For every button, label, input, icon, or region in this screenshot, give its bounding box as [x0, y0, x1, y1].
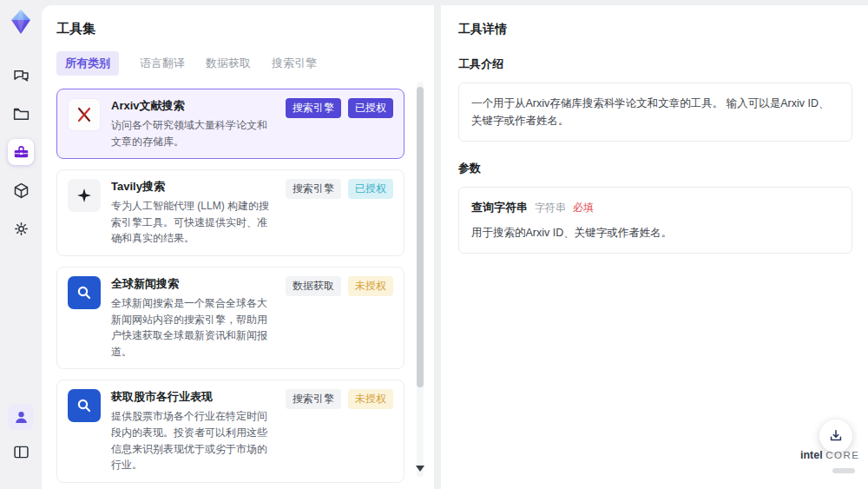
- ultra-badge: [832, 468, 855, 473]
- folder-icon: [12, 105, 30, 123]
- blue-search-icon: [68, 389, 101, 422]
- tool-card-sector-performance[interactable]: 获取股市各行业表现 提供股票市场各个行业在特定时间段内的表现。投资者可以利用这些…: [56, 380, 404, 482]
- tool-detail-pane: 工具详情 工具介绍 一个用于从Arxiv存储库搜索科学论文和文章的工具。 输入可…: [441, 5, 868, 489]
- page-title: 工具集: [56, 21, 434, 37]
- param-type: 字符串: [535, 200, 566, 216]
- chat-nav-button[interactable]: [8, 63, 34, 89]
- tool-description: 访问各个研究领域大量科学论文和文章的存储库。: [111, 117, 275, 149]
- category-badge: 搜索引擎: [286, 98, 341, 118]
- rail-nav: [8, 63, 34, 241]
- status-badge: 已授权: [348, 179, 393, 199]
- cube-icon: [12, 182, 30, 200]
- params-heading: 参数: [458, 161, 852, 176]
- app-logo: [6, 7, 36, 36]
- scrollbar-down-arrow[interactable]: [416, 466, 424, 472]
- tool-intro-box: 一个用于从Arxiv存储库搜索科学论文和文章的工具。 输入可以是Arxiv ID…: [458, 83, 852, 142]
- app-rail: [0, 0, 42, 489]
- status-badge: 已授权: [348, 98, 393, 118]
- tool-description: 专为人工智能代理 (LLM) 构建的搜索引擎工具。可快速提供实时、准确和真实的结…: [111, 198, 275, 247]
- gear-icon: [12, 220, 30, 238]
- scrollbar-thumb[interactable]: [417, 87, 424, 387]
- status-badge: 未授权: [348, 276, 393, 296]
- category-tabs: 所有类别 语言翻译 数据获取 搜索引擎: [56, 51, 434, 76]
- intro-heading: 工具介绍: [458, 56, 852, 72]
- toolbox-icon: [12, 143, 30, 162]
- rail-bottom: [8, 404, 34, 489]
- tool-name: 获取股市各行业表现: [111, 389, 275, 405]
- models-nav-button[interactable]: [8, 177, 34, 203]
- category-badge: 搜索引擎: [286, 179, 341, 199]
- toggle-panel-button[interactable]: [8, 439, 34, 465]
- chat-icon: [12, 67, 30, 85]
- download-button[interactable]: [819, 420, 852, 453]
- tools-nav-button[interactable]: [8, 139, 34, 165]
- tool-description: 提供股票市场各个行业在特定时间段内的表现。投资者可以利用这些信息来识别表现优于或…: [111, 408, 275, 472]
- param-description: 用于搜索的Arxiv ID、关键字或作者姓名。: [471, 224, 839, 241]
- gem-logo-icon: [7, 8, 35, 36]
- tab-all-categories[interactable]: 所有类别: [56, 51, 119, 76]
- tool-name: Tavily搜索: [111, 179, 275, 195]
- status-badge: 未授权: [348, 389, 393, 409]
- main-area: 工具集 所有类别 语言翻译 数据获取 搜索引擎 Arxiv文献搜索 访问各个研究…: [42, 5, 868, 489]
- intel-wordmark: intel: [800, 449, 823, 461]
- param-name: 查询字符串: [471, 199, 528, 217]
- core-wordmark: CORE: [825, 450, 859, 460]
- tool-card-tavily[interactable]: Tavily搜索 专为人工智能代理 (LLM) 构建的搜索引擎工具。可快速提供实…: [56, 169, 404, 256]
- tool-name: Arxiv文献搜索: [111, 98, 275, 114]
- category-badge: 搜索引擎: [286, 389, 341, 409]
- tab-search-engine[interactable]: 搜索引擎: [272, 51, 317, 76]
- parameter-box: 查询字符串 字符串 必填 用于搜索的Arxiv ID、关键字或作者姓名。: [458, 187, 852, 254]
- category-badge: 数据获取: [286, 276, 341, 296]
- blue-search-icon: [68, 276, 101, 309]
- tool-card-global-news[interactable]: 全球新闻搜索 全球新闻搜索是一个聚合全球各大新闻网站内容的搜索引擎，帮助用户快速…: [56, 267, 404, 369]
- intel-core-logo: intel CORE: [800, 449, 858, 477]
- pane-divider: [434, 5, 441, 489]
- layout-panel-icon: [12, 443, 30, 461]
- sparkle-icon: [68, 179, 101, 212]
- detail-title: 工具详情: [458, 22, 852, 37]
- arxiv-icon: [68, 98, 101, 131]
- folder-nav-button[interactable]: [8, 101, 34, 127]
- list-scrollbar[interactable]: [417, 82, 424, 477]
- user-icon: [12, 408, 30, 426]
- param-required-flag: 必填: [573, 200, 594, 216]
- tool-name: 全球新闻搜索: [111, 276, 275, 292]
- tab-data-fetch[interactable]: 数据获取: [206, 51, 251, 76]
- tool-card-arxiv[interactable]: Arxiv文献搜索 访问各个研究领域大量科学论文和文章的存储库。 搜索引擎 已授…: [56, 89, 404, 159]
- tool-cards: Arxiv文献搜索 访问各个研究领域大量科学论文和文章的存储库。 搜索引擎 已授…: [56, 89, 434, 489]
- download-icon: [827, 427, 845, 445]
- tool-description: 全球新闻搜索是一个聚合全球各大新闻网站内容的搜索引擎，帮助用户快速获取全球最新资…: [111, 295, 275, 360]
- settings-nav-button[interactable]: [8, 215, 34, 241]
- tab-translation[interactable]: 语言翻译: [140, 51, 185, 76]
- tool-list-pane: 工具集 所有类别 语言翻译 数据获取 搜索引擎 Arxiv文献搜索 访问各个研究…: [42, 5, 434, 489]
- user-profile-button[interactable]: [8, 404, 34, 430]
